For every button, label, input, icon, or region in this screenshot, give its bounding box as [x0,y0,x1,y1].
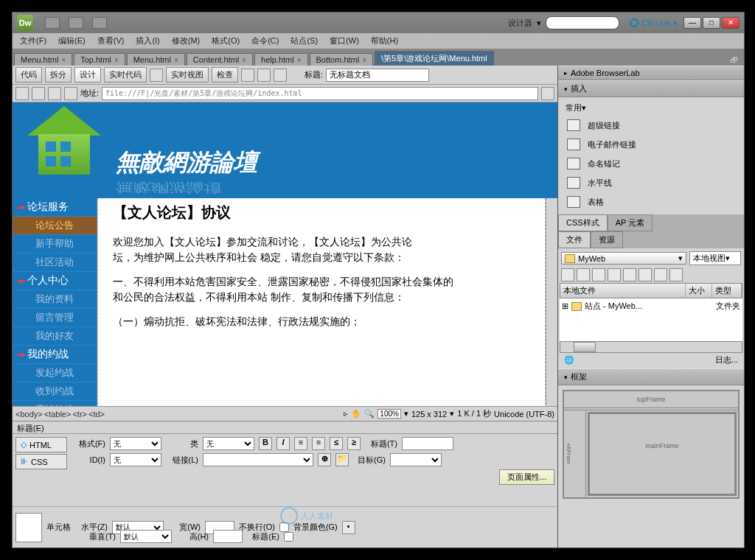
css-styles-tab[interactable]: CSS样式 [558,214,608,231]
menu-insert[interactable]: 插入(I) [131,34,164,48]
point-to-file-icon[interactable]: ⊕ [318,453,331,466]
tag-table[interactable]: <table> [44,410,72,419]
home-icon[interactable] [64,87,77,100]
site-node[interactable]: 站点 - MyWeb... [585,301,642,312]
tab-menu[interactable]: Menu.html× [14,53,72,66]
checkout-icon[interactable] [623,268,636,281]
tag-body[interactable]: <body> [15,410,43,419]
tab-active-path[interactable]: \第5章\游戏论坛网\Menu.html [375,51,494,66]
site-button[interactable] [92,17,107,29]
tab-bottom[interactable]: Bottom.html× [310,53,374,66]
indent-button[interactable]: ≥ [347,437,361,450]
connect-icon[interactable] [561,268,574,281]
livecode-button[interactable]: 实时代码 [104,67,147,83]
back-icon[interactable] [15,87,29,100]
expand-icon[interactable]: ⊞ [562,301,568,311]
menu-view[interactable]: 查看(V) [93,34,129,48]
put-icon[interactable] [608,268,621,281]
maximize-button[interactable]: □ [703,17,720,29]
sidebar-item[interactable]: 我的资料 [13,290,97,309]
target-select[interactable] [390,453,442,466]
select-tool-icon[interactable]: ▹ [344,409,348,419]
get-icon[interactable] [592,268,605,281]
split-view-button[interactable]: 拆分 [45,67,72,83]
sidebar-item[interactable]: 留言管理 [13,309,97,327]
sidebar-item[interactable]: ➡我的约战 [13,346,97,364]
menu-help[interactable]: 帮助(H) [366,34,403,48]
sidebar-item[interactable]: 论坛公告 [13,217,97,235]
close-icon[interactable]: × [114,56,119,64]
link-select[interactable] [203,453,313,466]
sidebar-item[interactable]: ➡个人中心 [13,272,97,290]
sidebar-item[interactable]: 应战约战 [13,401,97,406]
col-size[interactable]: 大小 [686,284,712,298]
extend-button[interactable] [69,17,83,29]
title-input[interactable] [402,437,453,450]
tab-menu2[interactable]: Menu.html× [127,53,185,66]
css-tab[interactable]: ⊪CSS [15,454,67,469]
h-scrollbar[interactable] [560,341,742,353]
ap-elements-tab[interactable]: AP 元素 [608,214,653,231]
files-tab[interactable]: 文件 [558,231,591,248]
forward-icon[interactable] [32,87,45,100]
properties-header[interactable]: 标题(E) [13,421,557,434]
menu-edit[interactable]: 编辑(E) [54,34,90,48]
main-frame[interactable]: mainFrame [588,412,737,496]
vert-select[interactable]: 默认 [120,530,172,543]
livecode-icon[interactable] [150,69,163,82]
refresh-icon[interactable] [274,69,287,82]
menu-file[interactable]: 文件(F) [15,34,51,48]
sidebar-item[interactable]: ➡论坛服务 [13,198,97,217]
code-view-button[interactable]: 代码 [15,67,42,83]
title-input[interactable] [326,69,429,82]
insert-email[interactable]: 电子邮件链接 [561,135,741,154]
close-icon[interactable]: × [362,56,366,64]
tab-top[interactable]: Top.html× [74,53,125,66]
sidebar-item[interactable]: 社区活动 [13,253,97,272]
bgcolor-picker[interactable]: ▪ [342,521,355,534]
ol-button[interactable]: ≡ [312,437,325,450]
tab-help[interactable]: help.html× [254,53,307,66]
checkin-icon[interactable] [639,268,652,281]
sidebar-item[interactable]: 新手帮助 [13,235,97,253]
tag-tr[interactable]: <tr> [72,410,87,419]
frameset-preview[interactable]: topFrame eftFram mainFrame [563,390,740,499]
refresh-icon[interactable] [48,87,61,100]
hand-tool-icon[interactable]: ✋ [351,409,361,419]
menu-window[interactable]: 窗口(W) [325,34,363,48]
browse-icon[interactable]: 📁 [335,453,349,466]
browserlab-panel[interactable]: ▸Adobe BrowserLab [558,66,744,80]
expand-icon[interactable] [669,268,683,281]
close-icon[interactable]: × [242,56,246,64]
designer-label[interactable]: 设计器 [508,18,532,29]
tab-content[interactable]: Content.html× [187,53,253,66]
assets-tab[interactable]: 资源 [591,231,623,248]
menu-modify[interactable]: 修改(M) [167,34,205,48]
sidebar-item[interactable]: 收到约战 [13,382,97,401]
close-button[interactable]: ✕ [722,17,740,29]
dropdown-icon[interactable]: ▾ [537,18,541,28]
minimize-button[interactable]: — [683,17,701,29]
liveview-button[interactable]: 实时视图 [166,67,209,83]
inspect-button[interactable]: 检查 [212,67,238,83]
log-button[interactable]: 日志... [715,354,738,365]
zoom-tool-icon[interactable]: 🔍 [364,409,375,419]
html-tab[interactable]: ◇HTML [15,437,67,452]
refresh-icon[interactable] [577,268,590,281]
id-select[interactable]: 无 [110,453,161,466]
close-icon[interactable]: × [297,56,302,64]
italic-button[interactable]: I [276,437,290,450]
dimensions[interactable]: 125 x 312 [411,410,447,419]
insert-hyperlink[interactable]: 超级链接 [561,116,741,135]
bold-button[interactable]: B [259,437,272,450]
scrollbar[interactable] [546,198,557,406]
sync-icon[interactable] [654,268,667,281]
left-frame[interactable]: eftFram [564,410,586,497]
tab-restore-icon[interactable]: 🗗 [726,55,742,66]
insert-category[interactable]: 常用 ▾ [561,100,741,116]
layout-button[interactable] [45,17,60,29]
menu-format[interactable]: 格式(O) [207,34,244,48]
insert-anchor[interactable]: 命名锚记 [561,154,741,173]
outdent-button[interactable]: ≤ [330,437,343,450]
cslive-button[interactable]: CS Live ▾ [630,18,678,28]
